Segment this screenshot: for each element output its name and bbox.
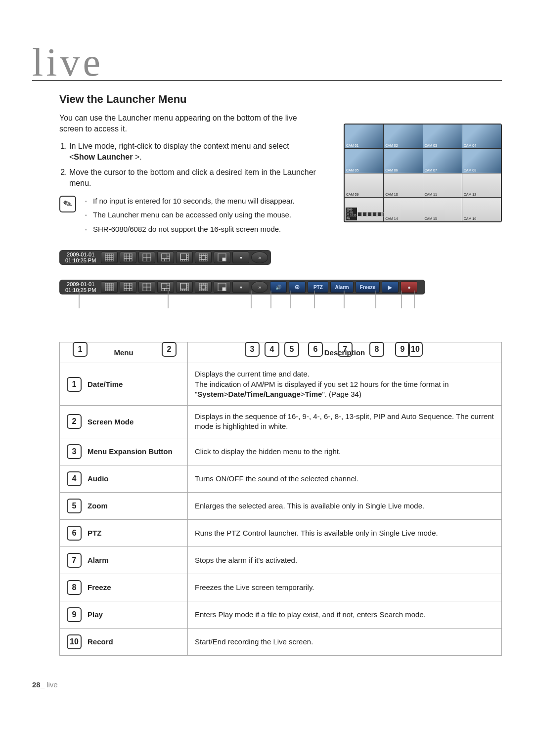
callout-number: 5 [284,342,299,357]
menu-number: 7 [67,553,82,568]
menu-name: Play [88,610,103,619]
date-time-block: 2009-01-01 01:10:25 PM [62,252,99,263]
callout-number: 2 [162,342,177,357]
camera-cell: CAM 01 [345,125,383,148]
camera-cell: CAM 15 [423,198,462,221]
table-row: 6PTZRuns the PTZ Control launcher. This … [60,519,502,546]
callout-number: 7 [338,342,353,357]
intro-text: You can use the Launcher menu appearing … [59,113,307,134]
split6-icon[interactable] [157,252,174,263]
menu-number: 1 [67,377,82,392]
camera-cell: CAM 09 [345,173,383,197]
table-row: 1Date/TimeDisplays the current time and … [60,363,502,406]
split8-icon[interactable] [176,252,193,263]
svg-rect-16 [162,253,167,259]
time-text: 01:10:25 PM [65,257,96,263]
menu-number: 10 [67,634,82,649]
callout-number: 4 [265,342,279,357]
svg-rect-22 [180,253,186,259]
table-row: 5ZoomEnlarges the selected area. This is… [60,492,502,519]
menu-name: Record [88,637,113,646]
menu-number: 8 [67,580,82,595]
menu-name: Audio [88,474,109,483]
svg-rect-40 [222,258,225,261]
menu-description: Enters Play mode if a file to play exist… [188,601,502,628]
chapter-title: live [32,44,502,81]
camera-cell: CAM 02 [384,125,422,148]
menu-number: 2 [67,414,82,429]
camera-cell: CAM 06 [384,149,422,172]
svg-rect-57 [162,283,167,289]
camera-cell: CAM 16 [462,198,501,221]
menu-number: 9 [67,607,82,622]
svg-rect-71 [201,285,205,289]
section-heading: View the Launcher Menu [59,93,502,106]
camera-cell: CAM 12 [462,173,501,197]
callout-number: 3 [245,342,260,357]
svg-rect-7 [124,253,132,261]
menu-number: 4 [67,471,82,486]
svg-rect-30 [201,255,205,259]
camera-cell: CAM 132009-01-0101:10:25 PM [345,198,383,221]
note-item: If no input is entered for 10 seconds, t… [85,196,295,207]
steps-list: In Live mode, right-click to display the… [59,141,316,188]
menu-description: Click to display the hidden menu to the … [188,438,502,465]
camera-cell: CAM 07 [423,149,462,172]
table-row: 8FreezeFreezes the Live screen temporari… [60,574,502,601]
pip-icon[interactable] [214,252,230,263]
camera-cell: CAM 14 [384,198,422,221]
split13-icon[interactable] [195,252,212,263]
menu-number: 3 [67,444,82,459]
menu-number: 5 [67,499,82,513]
table-row: 4AudioTurns ON/OFF the sound of the sele… [60,465,502,492]
note-icon: ✎ [59,196,76,212]
menu-description: Displays in the sequence of 16-, 9-, 4-,… [188,406,502,438]
split16-icon[interactable] [101,252,118,263]
page-number: 28_ [32,680,44,689]
menu-name: Menu Expansion Button [88,447,173,456]
table-row: 7AlarmStops the alarm if it's activated. [60,546,502,574]
dropdown-icon[interactable]: ▾ [232,252,249,263]
menu-description: Stops the alarm if it's activated. [188,546,502,574]
step-item: In Live mode, right-click to display the… [69,141,316,162]
menu-description: Freezes the Live screen temporarily. [188,574,502,601]
expand-button[interactable]: » [251,252,268,263]
launcher-bar-collapsed: 2009-01-01 01:10:25 PM ▾ » [59,250,271,265]
split9-icon[interactable] [120,252,136,263]
svg-rect-48 [124,283,132,291]
notes-list: If no input is entered for 10 seconds, t… [85,196,295,238]
date-text: 2009-01-01 [65,252,96,257]
camera-cell: CAM 04 [462,125,501,148]
menu-description: Displays the current time and date.The i… [188,363,502,406]
menu-name: Date/Time [88,380,123,388]
callout-number: 8 [369,342,384,357]
callout-number: 6 [308,342,323,357]
menu-name: Alarm [88,556,109,564]
camera-cell: CAM 05 [345,149,383,172]
footer-section: live [46,680,58,689]
table-row: 10RecordStart/End recording the Live scr… [60,628,502,655]
menu-name: Screen Mode [88,418,134,426]
menu-name: PTZ [88,529,101,537]
svg-rect-15 [162,253,170,261]
table-row: 9PlayEnters Play mode if a file to play … [60,601,502,628]
page-footer: 28_ live [32,680,502,689]
camera-cell: CAM 11 [423,173,462,197]
menu-description: Start/End recording the Live screen. [188,628,502,655]
camera-cell: CAM 03 [423,125,462,148]
menu-description-table: Menu Description 1Date/TimeDisplays the … [59,342,502,655]
menu-number: 6 [67,526,82,541]
table-row: 3Menu Expansion ButtonClick to display t… [60,438,502,465]
menu-description: Enlarges the selected area. This is avai… [188,492,502,519]
camera-cell: CAM 08 [462,149,501,172]
camera-grid-screenshot: 2009-01-01 01:10:25 CAM 01CAM 02CAM 03CA… [344,124,502,222]
menu-name: Freeze [88,583,111,591]
callout-number: 1 [73,342,88,357]
menu-description: Turns ON/OFF the sound of the selected c… [188,465,502,492]
split4-icon[interactable] [138,252,155,263]
table-row: 2Screen ModeDisplays in the sequence of … [60,406,502,438]
note-item: SHR-6080/6082 do not support the 16-spli… [85,224,295,235]
date-text: 2009-01-01 [65,281,96,287]
menu-name: Zoom [88,502,108,510]
menu-description: Runs the PTZ Control launcher. This is a… [188,519,502,546]
